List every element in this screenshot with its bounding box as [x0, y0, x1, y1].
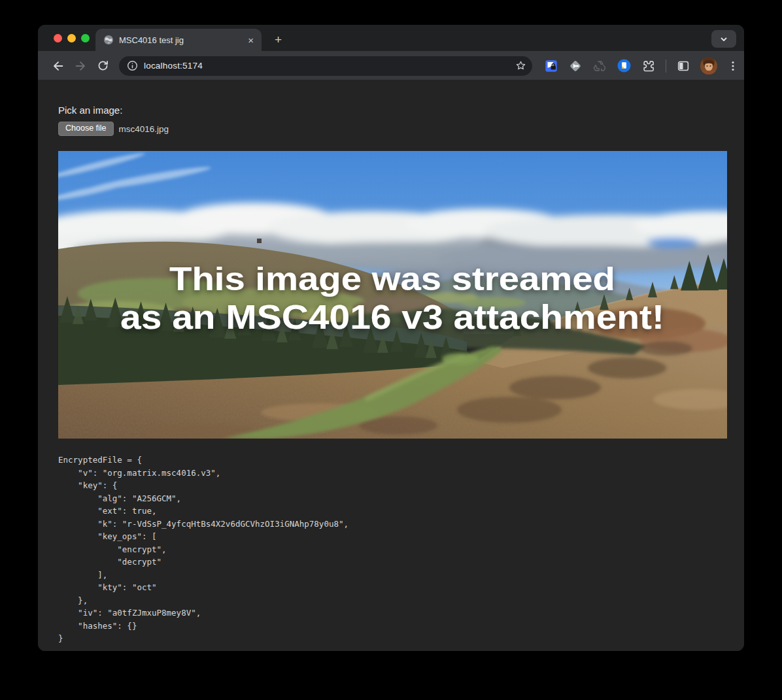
- extensions-puzzle-icon[interactable]: [641, 59, 656, 73]
- new-tab-button[interactable]: +: [271, 33, 286, 47]
- site-info-icon[interactable]: [127, 60, 138, 71]
- file-input: Choose file msc4016.jpg: [58, 122, 727, 136]
- overlay-text-line1: This image was streamed: [169, 261, 615, 297]
- streamed-image: This image was streamed as an MSC4016 v3…: [58, 151, 727, 439]
- bookmark-star-icon[interactable]: [515, 59, 527, 72]
- browser-window: MSC4016 test jig × +: [38, 25, 744, 651]
- minimize-window-button[interactable]: [67, 34, 76, 42]
- choose-file-button[interactable]: Choose file: [58, 122, 114, 136]
- tab-strip: MSC4016 test jig × +: [38, 25, 744, 51]
- close-window-button[interactable]: [54, 34, 62, 42]
- document-extension-icon[interactable]: [617, 58, 632, 73]
- tab-msc4016-test-jig[interactable]: MSC4016 test jig ×: [95, 29, 262, 51]
- chevron-down-icon: [719, 35, 728, 44]
- tab-close-icon[interactable]: ×: [245, 34, 256, 46]
- toolbar-divider: [666, 59, 666, 73]
- tab-search-button[interactable]: [711, 30, 736, 48]
- diamond-arrow-extension-icon[interactable]: [568, 59, 583, 73]
- page-content: Pick an image: Choose file msc4016.jpg: [38, 80, 744, 651]
- profile-avatar[interactable]: [700, 58, 717, 75]
- tab-title: MSC4016 test jig: [119, 35, 240, 45]
- url-text[interactable]: localhost:5174: [144, 61, 509, 71]
- forward-button[interactable]: [69, 55, 92, 77]
- reload-icon: [96, 59, 110, 73]
- browser-toolbar: localhost:5174: [38, 51, 744, 80]
- overlay-text-line2: as an MSC4016 v3 attachment!: [120, 298, 664, 336]
- traffic-lights: [54, 34, 90, 42]
- side-panel-icon[interactable]: [676, 59, 690, 73]
- password-manager-extension-icon[interactable]: [544, 59, 558, 73]
- zoom-window-button[interactable]: [81, 34, 90, 42]
- reload-button[interactable]: [92, 55, 114, 77]
- tab-favicon-globe-icon: [103, 35, 114, 45]
- recycle-extension-icon[interactable]: [592, 59, 607, 73]
- extensions-row: [544, 58, 739, 75]
- back-arrow-icon: [51, 59, 65, 73]
- selected-filename: msc4016.jpg: [119, 124, 169, 134]
- encrypted-file-json: EncryptedFile = { "v": "org.matrix.msc40…: [58, 454, 727, 645]
- back-button[interactable]: [47, 55, 69, 77]
- picker-label: Pick an image:: [58, 105, 727, 116]
- address-bar[interactable]: localhost:5174: [119, 56, 532, 76]
- menu-kebab-icon[interactable]: [727, 60, 739, 72]
- forward-arrow-icon: [73, 59, 88, 73]
